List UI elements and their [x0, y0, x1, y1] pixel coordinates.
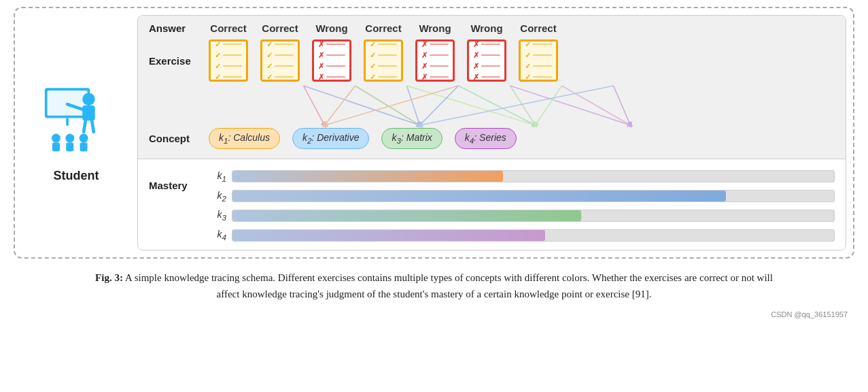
- bar-fill-k2: [232, 191, 726, 201]
- concepts: k1: Calculus k2: Derivative k3: Matrix k…: [209, 128, 517, 149]
- exercise-card-1: ✓ ✓ ✓ ✓: [209, 39, 248, 82]
- arrows-svg: [209, 86, 835, 127]
- exercise-row-label: Exercise: [149, 55, 203, 67]
- svg-point-3: [82, 93, 94, 105]
- svg-line-6: [84, 121, 86, 133]
- svg-rect-13: [80, 143, 88, 152]
- exercise-row: Exercise ✓ ✓ ✓ ✓ ✓ ✓ ✓: [149, 39, 835, 82]
- exercise-card-4: ✓ ✓ ✓ ✓: [364, 39, 403, 82]
- svg-rect-4: [82, 106, 94, 121]
- bottom-section: Mastery k1 k2: [138, 159, 846, 250]
- bar-fill-k1: [232, 171, 503, 182]
- mastery-row-k4: k4: [210, 229, 835, 242]
- mastery-row-k3: k3: [210, 209, 835, 222]
- mastery-label: Mastery: [149, 167, 203, 191]
- answer-4: Correct: [364, 22, 403, 34]
- concept-k4: k4: Series: [455, 128, 517, 149]
- right-panel: Answer Correct Correct Wrong Correct Wro…: [137, 15, 846, 250]
- exercise-card-6: ✗ ✗ ✗ ✗: [467, 39, 506, 82]
- watermark: CSDN @qq_36151957: [14, 310, 854, 318]
- concept-k2: k2: Derivative: [292, 128, 370, 149]
- answer-7: Correct: [519, 22, 558, 34]
- svg-point-12: [80, 134, 88, 143]
- exercise-card-3: ✗ ✗ ✗ ✗: [312, 39, 351, 82]
- top-section: Answer Correct Correct Wrong Correct Wro…: [138, 16, 846, 159]
- concept-k1: k1: Calculus: [209, 128, 280, 149]
- diagram-box: Student Answer Correct Correct Wrong Cor…: [14, 7, 854, 259]
- student-label: Student: [54, 169, 99, 183]
- mastery-key-k1: k1: [210, 170, 226, 183]
- answer-6: Wrong: [467, 22, 506, 34]
- mastery-row-k2: k2: [210, 190, 835, 203]
- concept-k3: k3: Matrix: [381, 128, 442, 149]
- exercise-card-7: ✓ ✓ ✓ ✓: [519, 39, 558, 82]
- bar-fill-k4: [232, 230, 545, 241]
- answer-labels: Correct Correct Wrong Correct Wrong Wron…: [209, 22, 558, 34]
- bar-fill-k3: [232, 210, 581, 221]
- svg-line-18: [407, 86, 420, 125]
- bar-track-k4: [232, 229, 835, 242]
- bar-track-k3: [232, 210, 835, 222]
- mastery-key-k4: k4: [210, 229, 226, 242]
- caption-fig-label: Fig. 3:: [95, 272, 123, 283]
- bar-track-k1: [232, 170, 835, 182]
- mastery-container: Mastery k1 k2: [149, 167, 835, 242]
- mastery-row-k1: k1: [210, 170, 835, 183]
- arrow-area: [209, 86, 835, 127]
- teacher-icon: [35, 82, 117, 163]
- exercise-card-5: ✗ ✗ ✗ ✗: [415, 39, 455, 82]
- answer-2: Correct: [260, 22, 300, 34]
- svg-line-24: [510, 86, 631, 125]
- svg-line-26: [562, 86, 631, 125]
- svg-point-8: [52, 134, 60, 143]
- caption-text: A simple knowledge tracing schema. Diffe…: [125, 272, 773, 299]
- mastery-bars: k1 k2 k3: [210, 167, 835, 242]
- main-container: Student Answer Correct Correct Wrong Cor…: [14, 7, 854, 318]
- answer-3: Wrong: [312, 22, 351, 34]
- svg-line-16: [325, 86, 355, 125]
- answer-row: Answer Correct Correct Wrong Correct Wro…: [149, 22, 835, 34]
- exercise-card-2: ✓ ✓ ✓ ✓: [260, 39, 300, 82]
- exercises: ✓ ✓ ✓ ✓ ✓ ✓ ✓ ✓: [209, 39, 558, 82]
- svg-rect-11: [66, 143, 73, 152]
- svg-line-17: [355, 86, 420, 125]
- caption: Fig. 3: A simple knowledge tracing schem…: [60, 267, 808, 305]
- bar-track-k2: [232, 190, 835, 202]
- left-panel: Student: [22, 15, 131, 250]
- svg-line-27: [614, 86, 631, 125]
- svg-line-7: [92, 121, 94, 133]
- svg-rect-9: [52, 143, 60, 152]
- concept-row-label: Concept: [149, 133, 203, 144]
- svg-line-25: [536, 86, 562, 125]
- svg-point-10: [65, 134, 74, 143]
- concept-row: Concept k1: Calculus k2: Derivative k3: …: [149, 128, 835, 149]
- answer-1: Correct: [209, 22, 248, 34]
- answer-5: Wrong: [415, 22, 455, 34]
- answer-row-label: Answer: [149, 22, 203, 34]
- mastery-key-k3: k3: [210, 209, 226, 222]
- mastery-key-k2: k2: [210, 190, 226, 203]
